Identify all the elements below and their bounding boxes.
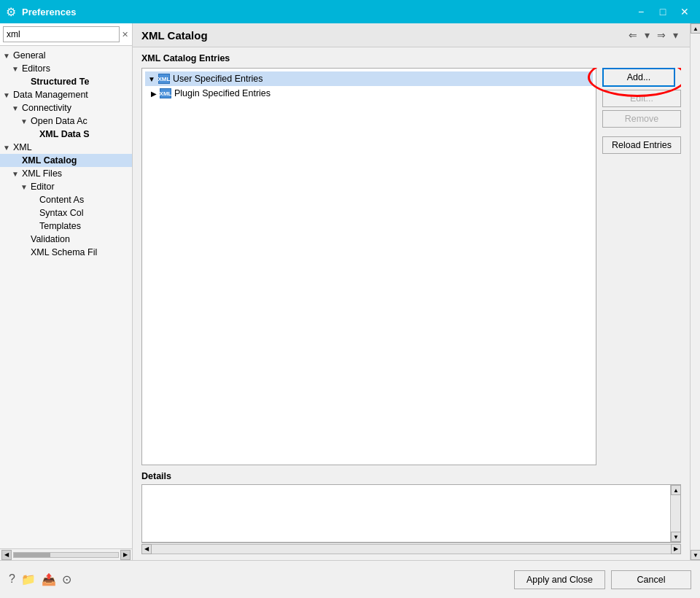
toggle-xml-data [29, 131, 38, 139]
export-icon[interactable]: 📤 [42, 572, 56, 586]
add-button[interactable]: Add... [602, 68, 675, 87]
sidebar-scrollbar[interactable]: ◀ ▶ [0, 548, 132, 560]
catalog-entries-label: XML Catalog Entries [141, 53, 681, 63]
sidebar-item-xml-files-label: XML Files [22, 168, 62, 179]
sidebar-item-xml-label: XML [13, 142, 32, 152]
remove-button[interactable]: Remove [602, 110, 681, 128]
nav-back-button[interactable]: ⇐ [626, 28, 640, 42]
defaults-icon[interactable]: ⊙ [62, 572, 71, 586]
catalog-area: ▼ XML User Specified Entries ▶ XML [141, 68, 681, 465]
sidebar-scroll-right[interactable]: ▶ [120, 550, 131, 560]
dialog-body: ✕ ▼ General ▼ Editors Structured Te [0, 23, 700, 598]
title-bar: ⚙ Preferences − □ ✕ [0, 0, 700, 23]
sidebar-item-xml-data[interactable]: XML Data S [0, 128, 132, 141]
edit-button[interactable]: Edit... [602, 90, 681, 107]
sidebar-item-open-data-access-label: Open Data Ac [31, 116, 88, 126]
maximize-button[interactable]: □ [653, 4, 672, 19]
sidebar-item-open-data-access[interactable]: ▼ Open Data Ac [0, 114, 132, 128]
sidebar-scroll-track[interactable] [13, 552, 119, 558]
toggle-content-assist [29, 196, 38, 204]
sidebar-item-connectivity-label: Connectivity [22, 103, 71, 113]
panel-scroll-down[interactable]: ▼ [691, 550, 700, 560]
details-scrollbar-v[interactable]: ▲ ▼ [670, 485, 680, 542]
catalog-tree[interactable]: ▼ XML User Specified Entries ▶ XML [141, 68, 596, 465]
details-box: ▲ ▼ [141, 484, 681, 543]
details-h-track[interactable] [152, 544, 671, 554]
sidebar-scroll-left[interactable]: ◀ [1, 550, 12, 560]
sidebar-item-connectivity[interactable]: ▼ Connectivity [0, 101, 132, 114]
sidebar-item-xml-catalog[interactable]: XML Catalog [0, 154, 132, 167]
sidebar-item-xml[interactable]: ▼ XML [0, 141, 132, 154]
main-panel: XML Catalog ⇐ ▾ ⇒ ▾ XML Catalog Entries [133, 23, 690, 560]
sidebar-item-data-management-label: Data Management [13, 90, 88, 100]
sidebar-item-structured-text[interactable]: Structured Te [0, 75, 132, 88]
scroll-up-arrow[interactable]: ▲ [671, 485, 681, 495]
footer-icons: ? 📁 📤 ⊙ [9, 572, 514, 586]
import-icon[interactable]: 📁 [21, 572, 36, 586]
nav-forward-button[interactable]: ⇒ [654, 28, 669, 42]
sidebar-item-editors[interactable]: ▼ Editors [0, 62, 132, 75]
search-clear-icon[interactable]: ✕ [121, 28, 129, 40]
sidebar-item-editor[interactable]: ▼ Editor [0, 180, 132, 193]
sidebar-item-general-label: General [13, 50, 45, 61]
panel-header: XML Catalog ⇐ ▾ ⇒ ▾ [133, 23, 690, 47]
toggle-general: ▼ [3, 52, 12, 60]
sidebar-item-xml-schema-files-label: XML Schema Fil [31, 247, 97, 257]
close-button[interactable]: ✕ [675, 4, 694, 19]
sidebar-item-data-management[interactable]: ▼ Data Management [0, 88, 132, 101]
scroll-down-arrow[interactable]: ▼ [671, 532, 681, 542]
cancel-button[interactable]: Cancel [611, 570, 691, 589]
toggle-data-management: ▼ [3, 91, 12, 99]
sidebar-item-validation[interactable]: Validation [0, 233, 132, 246]
dialog-footer: ? 📁 📤 ⊙ Apply and Close Cancel [0, 560, 700, 598]
sidebar-item-content-assist[interactable]: Content As [0, 193, 132, 206]
sidebar-item-xml-data-label: XML Data S [39, 129, 90, 139]
details-scroll-h[interactable]: ◀ ▶ [141, 543, 681, 554]
sidebar-item-general[interactable]: ▼ General [0, 49, 132, 62]
main-content-wrapper: XML Catalog ⇐ ▾ ⇒ ▾ XML Catalog Entries [133, 23, 700, 560]
nav-forward-dropdown[interactable]: ▾ [670, 28, 681, 42]
toggle-plugin-specified: ▶ [151, 90, 157, 98]
sidebar-scroll-thumb [14, 553, 50, 557]
toggle-open-data-access: ▼ [20, 117, 29, 125]
xml-icon-user: XML [158, 73, 170, 85]
details-section: Details ▲ ▼ ◀ [141, 471, 681, 554]
nav-back-dropdown[interactable]: ▾ [642, 28, 653, 42]
panel-scroll-up[interactable]: ▲ [691, 23, 700, 34]
footer-buttons: Apply and Close Cancel [514, 570, 691, 589]
panel-scrollbar[interactable]: ▲ ▼ [690, 23, 700, 560]
reload-entries-button[interactable]: Reload Entries [602, 136, 681, 154]
toggle-syntax-coloring [29, 209, 38, 217]
toggle-xml: ▼ [3, 144, 12, 152]
dialog-content: ✕ ▼ General ▼ Editors Structured Te [0, 23, 700, 560]
xml-icon-plugin: XML [160, 88, 171, 99]
toggle-editors: ▼ [12, 65, 20, 73]
apply-close-button[interactable]: Apply and Close [514, 570, 605, 589]
sidebar-item-templates-label: Templates [39, 221, 81, 231]
details-scroll-left[interactable]: ◀ [141, 544, 152, 554]
catalog-item-plugin-specified[interactable]: ▶ XML Plugin Specified Entries [145, 86, 593, 101]
minimize-button[interactable]: − [631, 4, 650, 19]
add-button-wrapper: Add... [602, 68, 681, 87]
details-scroll-right[interactable]: ▶ [671, 544, 681, 554]
sidebar-item-xml-schema-files[interactable]: XML Schema Fil [0, 246, 132, 259]
sidebar-item-xml-catalog-label: XML Catalog [22, 155, 77, 166]
sidebar-item-templates[interactable]: Templates [0, 220, 132, 233]
help-icon[interactable]: ? [9, 572, 15, 586]
search-input[interactable] [3, 26, 120, 42]
sidebar-item-xml-files[interactable]: ▼ XML Files [0, 167, 132, 180]
sidebar-item-syntax-coloring[interactable]: Syntax Col [0, 206, 132, 220]
sidebar-tree: ▼ General ▼ Editors Structured Te ▼ Data… [0, 46, 132, 548]
panel-body: XML Catalog Entries ▼ XML User Specified… [133, 47, 690, 560]
details-label: Details [141, 471, 681, 481]
sidebar-item-editor-label: Editor [31, 182, 55, 192]
toggle-user-specified: ▼ [148, 75, 155, 83]
catalog-buttons: Add... Edit... Remove Reload Entries [602, 68, 681, 465]
preferences-icon: ⚙ [6, 5, 16, 19]
toggle-editor: ▼ [20, 183, 29, 191]
sidebar-item-validation-label: Validation [31, 234, 70, 244]
panel-nav: ⇐ ▾ ⇒ ▾ [626, 28, 681, 42]
window-controls: − □ ✕ [631, 4, 694, 19]
catalog-item-user-specified[interactable]: ▼ XML User Specified Entries [145, 71, 593, 86]
toggle-validation [20, 236, 29, 244]
